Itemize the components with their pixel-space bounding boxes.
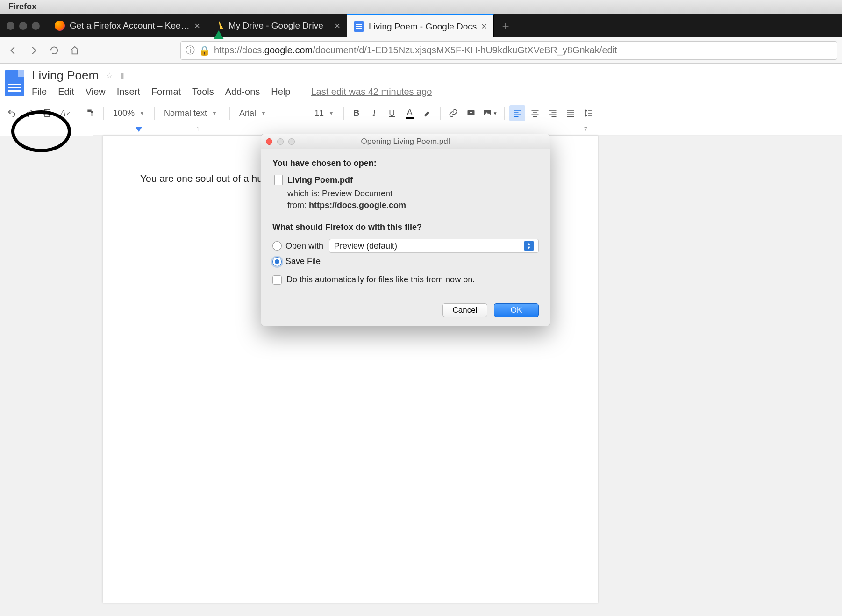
tab-close-icon[interactable]: × [335, 21, 340, 31]
macos-menubar: Firefox [0, 0, 842, 14]
align-justify-button[interactable] [563, 105, 578, 121]
open-with-select[interactable]: Preview (default) ▲▼ [329, 239, 539, 253]
star-icon[interactable]: ☆ [106, 71, 113, 80]
auto-checkbox[interactable] [272, 275, 282, 285]
tab-google-docs[interactable]: Living Poem - Google Docs × [347, 14, 494, 37]
link-button[interactable] [445, 105, 461, 121]
browser-nav-bar: ⓘ 🔒 https://docs.google.com/document/d/1… [0, 37, 842, 64]
reload-button[interactable] [46, 42, 63, 59]
tab-label: My Drive - Google Drive [228, 21, 330, 31]
menu-edit[interactable]: Edit [58, 86, 74, 97]
align-center-button[interactable] [527, 105, 543, 121]
forward-button[interactable] [25, 42, 42, 59]
window-close-dot[interactable] [7, 22, 14, 30]
underline-button[interactable]: U [384, 105, 400, 121]
highlight-button[interactable] [420, 105, 435, 121]
open-with-label: Open with [285, 241, 323, 251]
info-icon[interactable]: ⓘ [186, 44, 195, 57]
font-select[interactable]: Arial▼ [235, 108, 300, 118]
image-button[interactable]: ▼ [481, 105, 499, 121]
comment-button[interactable]: + [463, 105, 479, 121]
download-dialog: Opening Living Poem.pdf You have chosen … [261, 134, 550, 326]
docs-logo-icon[interactable] [5, 70, 24, 96]
paint-format-button[interactable] [83, 105, 99, 121]
dialog-filename: Living Poem.pdf [287, 175, 353, 185]
url-text: https://docs.google.com/document/d/1-ED1… [214, 45, 617, 56]
indent-marker[interactable] [136, 127, 142, 132]
firefox-icon [55, 21, 65, 31]
auto-row[interactable]: Do this automatically for files like thi… [272, 275, 539, 285]
radio-open-with[interactable] [272, 241, 282, 251]
svg-rect-0 [44, 110, 50, 112]
tab-label: Get a Firefox Account – Keep yo [70, 21, 190, 31]
new-tab-button[interactable]: + [494, 14, 517, 37]
svg-text:+: + [470, 110, 472, 115]
text-color-button[interactable]: A [402, 105, 418, 121]
line-spacing-button[interactable] [580, 105, 596, 121]
browser-tab-strip: Get a Firefox Account – Keep yo × My Dri… [0, 14, 842, 37]
dialog-title: Opening Living Poem.pdf [261, 137, 550, 146]
menu-file[interactable]: File [32, 86, 47, 97]
which-is-row: which is: Preview Document [287, 189, 539, 199]
print-button[interactable] [39, 105, 55, 121]
window-controls[interactable] [0, 14, 48, 37]
select-caret-icon[interactable]: ▲▼ [524, 241, 534, 251]
ruler-tick: 7 [584, 126, 587, 133]
open-with-row[interactable]: Open with Preview (default) ▲▼ [272, 239, 539, 253]
tab-firefox-account[interactable]: Get a Firefox Account – Keep yo × [48, 14, 207, 37]
auto-label: Do this automatically for files like thi… [286, 275, 475, 285]
menu-insert[interactable]: Insert [117, 86, 140, 97]
back-button[interactable] [5, 42, 21, 59]
drive-icon [214, 21, 224, 31]
dialog-heading: You have chosen to open: [272, 158, 539, 168]
spellcheck-button[interactable]: A✓ [57, 105, 73, 121]
file-icon [274, 175, 283, 185]
menu-bar: File Edit View Insert Format Tools Add-o… [32, 86, 432, 97]
menu-format[interactable]: Format [151, 86, 181, 97]
font-size-select[interactable]: 11▼ [310, 108, 339, 118]
docs-toolbar: A✓ 100%▼ Normal text▼ Arial▼ 11▼ B I U A… [0, 102, 842, 124]
cancel-button[interactable]: Cancel [442, 303, 487, 317]
doc-title[interactable]: Living Poem [32, 68, 99, 83]
home-button[interactable] [66, 42, 83, 59]
save-file-row[interactable]: Save File [272, 257, 539, 266]
bold-button[interactable]: B [349, 105, 364, 121]
ok-button[interactable]: OK [494, 303, 539, 317]
italic-button[interactable]: I [366, 105, 382, 121]
style-select[interactable]: Normal text▼ [159, 108, 225, 118]
menu-view[interactable]: View [86, 86, 106, 97]
radio-save-file[interactable] [272, 257, 282, 266]
tab-close-icon[interactable]: × [194, 21, 200, 31]
tab-close-icon[interactable]: × [481, 21, 487, 32]
tab-google-drive[interactable]: My Drive - Google Drive × [207, 14, 347, 37]
svg-rect-2 [45, 114, 50, 117]
docs-header: Living Poem ☆ ▮ File Edit View Insert Fo… [0, 64, 842, 97]
menu-tools[interactable]: Tools [192, 86, 214, 97]
ruler-tick: 1 [196, 126, 200, 133]
from-row: from: https://docs.google.com [287, 201, 539, 210]
dialog-titlebar[interactable]: Opening Living Poem.pdf [261, 134, 550, 149]
lock-icon: 🔒 [199, 45, 210, 56]
undo-button[interactable] [4, 105, 20, 121]
url-bar[interactable]: ⓘ 🔒 https://docs.google.com/document/d/1… [180, 41, 837, 60]
save-file-label: Save File [285, 257, 321, 266]
align-right-button[interactable] [545, 105, 561, 121]
tab-label: Living Poem - Google Docs [369, 21, 477, 32]
folder-icon[interactable]: ▮ [120, 71, 124, 80]
menu-help[interactable]: Help [271, 86, 290, 97]
docs-icon [354, 21, 364, 32]
menu-addons[interactable]: Add-ons [225, 86, 260, 97]
window-min-dot[interactable] [19, 22, 27, 30]
align-left-button[interactable] [509, 105, 525, 121]
app-name: Firefox [8, 2, 36, 12]
last-edit-link[interactable]: Last edit was 42 minutes ago [311, 86, 432, 97]
zoom-select[interactable]: 100%▼ [108, 108, 150, 118]
redo-button[interactable] [21, 105, 37, 121]
dialog-question: What should Firefox do with this file? [272, 222, 539, 232]
window-max-dot[interactable] [32, 22, 40, 30]
